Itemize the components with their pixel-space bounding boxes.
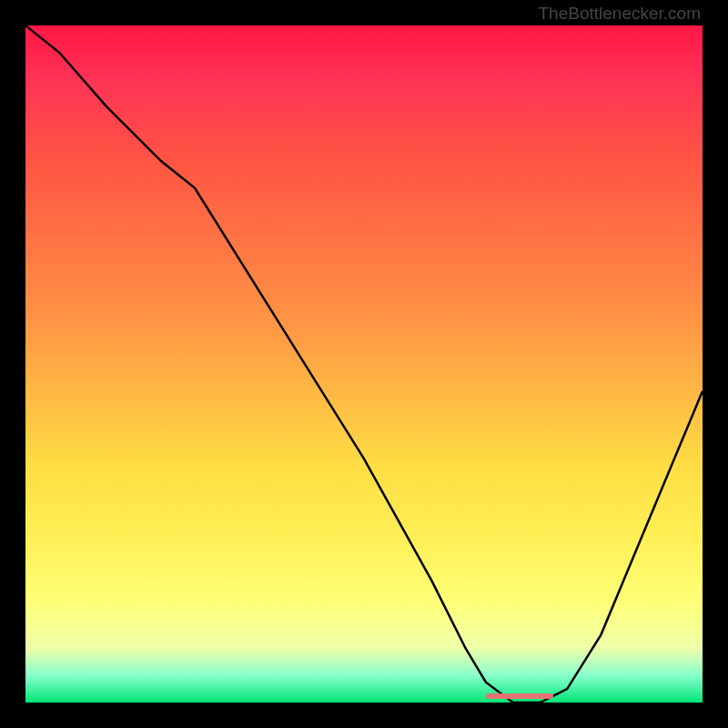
chart-plot-area: [25, 25, 703, 703]
bottleneck-curve-line: [25, 25, 703, 703]
watermark-text: TheBottlenecker.com: [539, 4, 701, 24]
optimal-range-marker: [486, 693, 553, 699]
chart-curve-svg: [25, 25, 703, 703]
